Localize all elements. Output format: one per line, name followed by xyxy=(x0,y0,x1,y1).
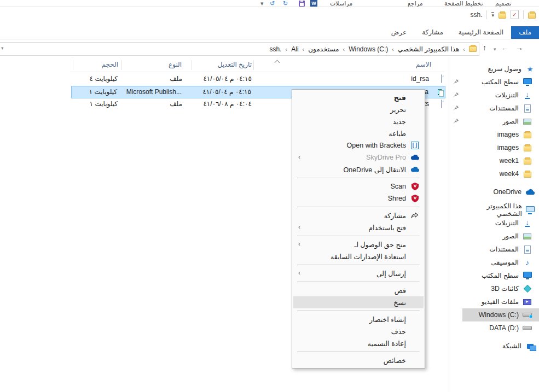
skydrive-cloud-icon xyxy=(410,153,419,162)
onedrive-cloud-icon xyxy=(525,189,535,195)
column-header-size[interactable]: الحجم xyxy=(70,61,118,68)
menu-item-delete[interactable]: حذف xyxy=(293,325,424,337)
sidebar-item-pictures-pinned[interactable]: الصور xyxy=(462,115,539,128)
qat-new-folder-icon[interactable] xyxy=(499,13,506,19)
sidebar-item-pictures[interactable]: الصور xyxy=(462,230,539,243)
submenu-arrow-icon: ‹ xyxy=(298,223,300,231)
up-button[interactable]: ↑ xyxy=(483,43,486,52)
navigation-pane: وصول سريع★ سطح المكتب التنزيلات المستندا… xyxy=(449,57,539,392)
qat-properties-icon[interactable] xyxy=(511,10,519,19)
forward-button[interactable]: ← xyxy=(501,43,509,52)
column-header-type[interactable]: النوع xyxy=(125,61,182,68)
column-divider[interactable] xyxy=(121,60,122,70)
sidebar-item-network[interactable]: الشبكة xyxy=(462,340,539,353)
menu-item-print[interactable]: طباعة xyxy=(293,127,424,139)
sidebar-item-windows-c[interactable]: Windows (C:) xyxy=(462,308,539,321)
drive-icon xyxy=(523,326,532,330)
column-header-date-modified[interactable]: تاريخ التعديل xyxy=(193,61,252,68)
column-divider[interactable] xyxy=(192,60,192,70)
file-row-id-rsa[interactable]: id_rsa ٤١/٠٥/٠٤ م ٠٤:١٥ ملف ٤ كيلوبايت xyxy=(71,73,445,86)
dropdown-icon[interactable]: ▾ xyxy=(260,0,264,7)
address-bar[interactable]: ▾ ssh. ‹ Ali ‹ مستخدمون ‹ Windows (C:) ‹… xyxy=(0,42,479,56)
menu-item-send-to[interactable]: ‹ إرسال إلى xyxy=(293,267,424,279)
sidebar-item-documents[interactable]: المستندات xyxy=(462,243,539,256)
menu-item-copy[interactable]: نسخ xyxy=(293,296,424,308)
menu-item-open[interactable]: فتح xyxy=(293,91,424,103)
breadcrumb-item-ali[interactable]: Ali xyxy=(291,45,298,53)
menu-item-cut[interactable]: قص xyxy=(293,284,424,296)
breadcrumb-item-windows-c[interactable]: Windows (C:) xyxy=(349,45,388,53)
documents-icon xyxy=(524,245,531,254)
sidebar-item-onedrive[interactable]: OneDrive xyxy=(462,185,539,198)
file-size: ١ كيلوبايت xyxy=(67,88,117,96)
pictures-icon xyxy=(523,233,531,239)
folder-icon xyxy=(524,132,531,138)
tab-file[interactable]: ملف xyxy=(511,26,539,39)
chevron-separator-icon: ‹ xyxy=(286,46,288,52)
sidebar-item-data-d[interactable]: DATA (D:) xyxy=(462,321,539,335)
undo-icon[interactable]: ↺ xyxy=(270,0,275,7)
sidebar-item-documents-pinned[interactable]: المستندات xyxy=(462,102,539,115)
menu-item-new[interactable]: جديد xyxy=(293,115,424,127)
sidebar-item-3d-objects[interactable]: كائنات 3D xyxy=(462,282,539,295)
sidebar-item-downloads-pinned[interactable]: التنزيلات xyxy=(462,89,539,102)
sidebar-item-week1[interactable]: week1 xyxy=(462,154,539,167)
column-header-name[interactable]: الاسم xyxy=(257,61,431,68)
recent-locations-dropdown-icon[interactable]: ▾ xyxy=(494,46,496,52)
menu-item-create-shortcut[interactable]: إنشاء اختصار xyxy=(293,313,424,325)
menu-item-properties[interactable]: خصائص xyxy=(293,354,424,366)
save-icon[interactable] xyxy=(299,1,305,7)
sidebar-item-music[interactable]: الموسيقى♪ xyxy=(462,256,539,269)
address-dropdown-icon[interactable]: ▾ xyxy=(1,45,4,51)
menu-item-scan[interactable]: Scan xyxy=(293,180,424,192)
size-number: ١ xyxy=(90,100,93,108)
sidebar-item-videos[interactable]: ملفات الفيديو xyxy=(462,295,539,308)
chevron-separator-icon: ‹ xyxy=(303,46,305,52)
qat-customize-dropdown-icon[interactable]: ▾ xyxy=(491,12,494,17)
menu-item-rename[interactable]: إعادة التسمية xyxy=(293,337,424,349)
menu-separator xyxy=(297,265,420,265)
tab-view[interactable]: عرض xyxy=(384,26,414,39)
date-part: ٤١/٠٥/٠٤ xyxy=(203,75,228,83)
sidebar-item-desktop-pinned[interactable]: سطح المكتب xyxy=(462,75,539,89)
menu-item-skydrive-pro[interactable]: ‹ SkyDrive Pro xyxy=(293,151,424,163)
breadcrumb-item-this-pc[interactable]: هذا الكمبيوتر الشخصي xyxy=(398,45,459,53)
sidebar-item-quick-access[interactable]: وصول سريع★ xyxy=(462,62,539,75)
menu-item-shred[interactable]: Shred xyxy=(293,192,424,204)
objects-3d-icon xyxy=(523,285,531,292)
this-pc-icon xyxy=(526,206,535,212)
breadcrumb-item-users[interactable]: مستخدمون xyxy=(308,45,339,53)
menu-item-share[interactable]: مشاركة xyxy=(293,209,424,221)
menu-item-open-with[interactable]: ‹ فتح باستخدام xyxy=(293,221,424,233)
word-ribbon-tab[interactable]: مراسلات xyxy=(330,0,352,7)
menu-separator xyxy=(297,282,420,282)
column-divider[interactable] xyxy=(73,60,73,70)
sidebar-item-desktop[interactable]: سطح المكتب xyxy=(462,269,539,282)
menu-item-open-with-brackets[interactable]: Open with Brackets xyxy=(293,139,424,151)
back-button[interactable]: → xyxy=(515,43,523,52)
menu-item-give-access-to[interactable]: ‹ منح حق الوصول لـ xyxy=(293,238,424,250)
divider xyxy=(486,10,487,19)
file-type: ملف xyxy=(108,100,182,108)
sidebar-item-week4[interactable]: week4 xyxy=(462,167,539,180)
meridiem: م xyxy=(229,88,233,96)
tab-home[interactable]: الصفحة الرئيسية xyxy=(451,26,511,39)
chevron-separator-icon: ‹ xyxy=(463,46,465,52)
menu-item-edit[interactable]: تحرير xyxy=(293,103,424,115)
sidebar-item-downloads[interactable]: التنزيلات xyxy=(462,217,539,230)
menu-item-move-to-onedrive[interactable]: الانتقال إلى OneDrive xyxy=(293,163,424,175)
redo-icon[interactable]: ↻ xyxy=(283,0,288,7)
date-part: ٤١/٠٥/٠٤ xyxy=(202,88,227,96)
sidebar-item-images-2[interactable]: images xyxy=(462,141,539,154)
sidebar-item-images[interactable]: images xyxy=(462,128,539,141)
column-divider[interactable] xyxy=(253,60,254,70)
meridiem: م xyxy=(230,75,234,83)
word-ribbon-tab[interactable]: تخطيط الصفحة xyxy=(444,0,483,7)
tab-share[interactable]: مشاركة xyxy=(414,26,451,39)
menu-item-restore-previous-versions[interactable]: استعادة الإصدارات السابقة xyxy=(293,250,424,262)
word-ribbon-tab[interactable]: مراجع xyxy=(408,0,423,7)
pin-icon xyxy=(453,105,459,113)
sidebar-item-this-pc[interactable]: هذا الكمبيوتر الشخصي xyxy=(462,203,539,217)
word-ribbon-tab[interactable]: تصميم xyxy=(495,0,512,7)
breadcrumb-item-ssh[interactable]: ssh. xyxy=(270,45,282,53)
